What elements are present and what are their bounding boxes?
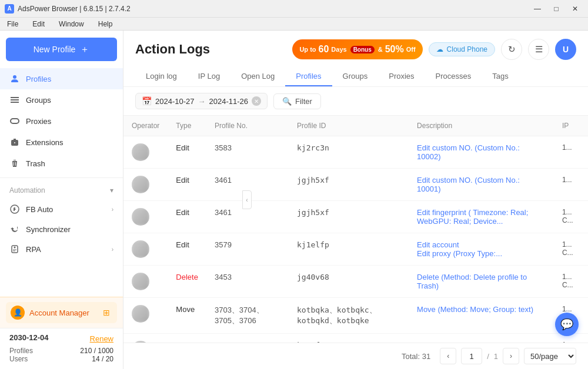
chat-bubble-button[interactable]: 💬 xyxy=(555,313,579,336)
tab-processes[interactable]: Processes xyxy=(425,67,482,86)
cell-operator xyxy=(123,136,168,169)
col-profile-id: Profile ID xyxy=(289,116,409,136)
cell-description: Edit custom NO. (Custom No.: 10001) xyxy=(409,169,554,201)
account-manager-button[interactable]: 👤 Account Manager ⊞ xyxy=(6,302,117,323)
sidebar-item-profiles[interactable]: Profiles xyxy=(0,68,123,89)
operator-avatar xyxy=(132,208,149,226)
operator-cell xyxy=(132,305,159,323)
account-manager-icon: 👤 xyxy=(11,306,25,320)
sidebar-extensions-label: Extensions xyxy=(26,138,64,147)
tab-profiles[interactable]: Profiles xyxy=(285,67,332,86)
description-link[interactable]: Edit custom NO. (Custom No.: 10001) xyxy=(417,176,520,193)
sidebar-item-fb-auto[interactable]: FB Auto › xyxy=(0,199,123,219)
description-link[interactable]: Edit fingerprint ( Timezone: Real; WebGP… xyxy=(417,208,528,226)
footer-stats-profiles: Profiles 210 / 1000 xyxy=(9,347,113,355)
sidebar-item-proxies[interactable]: Proxies xyxy=(0,110,123,132)
prev-page-button[interactable]: ‹ xyxy=(440,348,456,364)
promo-days: 60 xyxy=(319,44,329,55)
tab-login-log[interactable]: Login log xyxy=(135,67,188,86)
operator-avatar xyxy=(132,273,149,290)
cell-ip: 1... C... xyxy=(554,266,588,298)
description-link[interactable]: Edit proxy (Proxy Type:... xyxy=(417,249,502,258)
rpa-label: RPA xyxy=(26,245,41,254)
page-size-select[interactable]: 50/page 20/page 100/page xyxy=(524,348,576,364)
next-page-button[interactable]: › xyxy=(503,348,519,364)
app-title: AdsPower Browser | 6.8.15 | 2.7.4.2 xyxy=(18,5,131,13)
user-avatar-button[interactable]: U xyxy=(555,39,576,60)
new-profile-button[interactable]: New Profile ＋ xyxy=(6,38,117,61)
date-to: 2024-11-26 xyxy=(209,97,249,106)
tab-proxies[interactable]: Proxies xyxy=(378,67,425,86)
svg-point-2 xyxy=(14,247,16,249)
page-number-input[interactable] xyxy=(461,348,482,364)
cell-operator xyxy=(123,201,168,233)
cell-description: Edit custom NO. (Custom No.: 10002) xyxy=(409,136,554,169)
description-link[interactable]: Edit custom NO. (Custom No.: 10002) xyxy=(417,143,520,161)
tab-open-log[interactable]: Open Log xyxy=(230,67,285,86)
tab-tags[interactable]: Tags xyxy=(482,67,519,86)
cell-operator xyxy=(123,334,168,343)
promo-discount: 50% xyxy=(385,44,404,55)
sidebar-item-rpa[interactable]: RPA › xyxy=(0,239,123,259)
profiles-stat-value: 210 / 1000 xyxy=(80,347,113,355)
operator-cell xyxy=(132,240,159,258)
cell-operator xyxy=(123,266,168,298)
menu-window[interactable]: Window xyxy=(56,19,86,29)
date-clear-button[interactable]: ✕ xyxy=(252,96,261,106)
col-operator: Operator xyxy=(123,116,168,136)
extensions-icon xyxy=(9,137,20,147)
close-button[interactable]: ✕ xyxy=(567,3,583,15)
sidebar-trash-label: Trash xyxy=(26,159,45,168)
renew-button[interactable]: Renew xyxy=(90,334,113,343)
sidebar-item-groups[interactable]: Groups xyxy=(0,89,123,110)
pagination: Total: 31 ‹ / 1 › 50/page 20/page 100/pa… xyxy=(123,343,588,369)
sidebar-item-trash[interactable]: Trash xyxy=(0,153,123,174)
maximize-button[interactable]: □ xyxy=(548,3,564,15)
account-manager-label: Account Manager xyxy=(29,308,96,317)
cell-type: Edit xyxy=(168,233,206,266)
tab-groups[interactable]: Groups xyxy=(332,67,379,86)
calendar-icon: 📅 xyxy=(142,96,152,106)
menu-bar: File Edit Window Help xyxy=(0,18,588,31)
fb-auto-icon xyxy=(9,204,20,214)
promo-bonus-badge: Bonus xyxy=(350,46,375,53)
col-description: Description xyxy=(409,116,554,136)
cell-profile-id: kj1elfp xyxy=(289,233,409,266)
minimize-button[interactable]: — xyxy=(529,3,546,15)
rpa-chevron-icon: › xyxy=(112,246,113,253)
sidebar-nav: Profiles Groups Proxies Extensions xyxy=(0,66,123,297)
promo-badge[interactable]: Up to 60 Days Bonus & 50% Off xyxy=(292,39,422,59)
menu-edit[interactable]: Edit xyxy=(30,19,47,29)
sidebar-header: New Profile ＋ xyxy=(0,31,123,66)
operator-avatar xyxy=(132,143,149,161)
list-view-button[interactable]: ☰ xyxy=(528,39,549,60)
sidebar-item-synchronizer[interactable]: Synchronizer xyxy=(0,219,123,239)
cell-profile-no: 3583 xyxy=(206,136,289,169)
menu-help[interactable]: Help xyxy=(96,19,115,29)
search-icon: 🔍 xyxy=(282,97,292,106)
description-link[interactable]: Move (Method: Move; Group: text) xyxy=(417,305,533,314)
description-link[interactable]: Delete (Method: Delete profile to Trash) xyxy=(417,273,527,290)
footer-date: 2030-12-04 xyxy=(9,333,49,342)
content-area: Action Logs Up to 60 Days Bonus & 50% Of… xyxy=(123,31,588,369)
action-logs-table: Operator Type Profile No. Profile ID Des… xyxy=(123,116,588,343)
tab-ip-log[interactable]: IP Log xyxy=(188,67,230,86)
col-type: Type xyxy=(168,116,206,136)
cell-description: Move (Method: Move; Group: text) xyxy=(409,298,554,334)
promo-amp: & xyxy=(378,46,383,53)
synchronizer-left: Synchronizer xyxy=(9,224,71,234)
table-row: Edit3583kj2rc3nEdit custom NO. (Custom N… xyxy=(123,136,588,169)
sidebar-item-extensions[interactable]: Extensions xyxy=(0,132,123,153)
automation-chevron-icon: ▾ xyxy=(110,186,113,194)
description-link[interactable]: Edit account xyxy=(417,240,459,249)
menu-file[interactable]: File xyxy=(5,19,21,29)
sidebar-collapse-button[interactable]: ‹ xyxy=(242,190,252,209)
filter-button[interactable]: 🔍 Filter xyxy=(273,93,321,109)
date-range-picker[interactable]: 📅 2024-10-27 → 2024-11-26 ✕ xyxy=(135,93,268,109)
cloud-phone-button[interactable]: ☁ Cloud Phone xyxy=(429,42,495,56)
cell-type: Move xyxy=(168,298,206,334)
cell-profile-id: jgjh5xf xyxy=(289,169,409,201)
table-header-row: Operator Type Profile No. Profile ID Des… xyxy=(123,116,588,136)
operator-avatar xyxy=(132,305,149,323)
refresh-button[interactable]: ↻ xyxy=(501,39,522,60)
